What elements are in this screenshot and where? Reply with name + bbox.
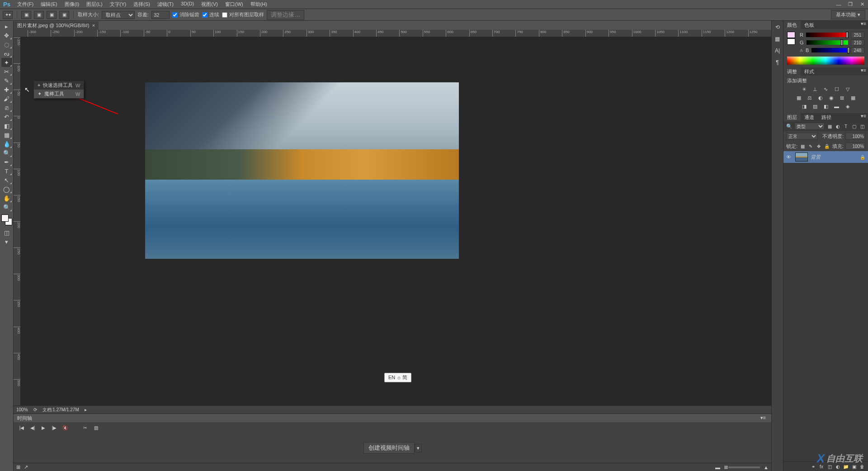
zoom-tool[interactable]: 🔍: [1, 203, 12, 212]
rotate-icon[interactable]: ⟳: [33, 407, 37, 412]
filter-adjust-icon[interactable]: ◐: [835, 123, 841, 129]
curves-icon[interactable]: ∿: [822, 86, 830, 93]
marquee-tool[interactable]: ◌: [1, 40, 12, 49]
doc-info[interactable]: 文档:1.27M/1.27M: [42, 407, 79, 413]
prev-frame-icon[interactable]: ◀|: [29, 424, 36, 431]
bg-chip[interactable]: [787, 38, 795, 45]
ime-indicator[interactable]: EN ☼ 简: [384, 373, 411, 382]
lock-all-icon[interactable]: 🔒: [824, 143, 830, 149]
audio-icon[interactable]: 🔇: [61, 424, 69, 431]
healing-tool[interactable]: ✚: [1, 85, 12, 94]
menu-view[interactable]: 视图(V): [198, 0, 222, 9]
panel-menu-icon[interactable]: ▾≡: [859, 67, 868, 76]
gradientmap-icon[interactable]: ▬: [833, 103, 841, 110]
r-slider[interactable]: [806, 33, 848, 37]
flyout-magic-wand[interactable]: ✦ 魔棒工具 W: [34, 90, 84, 98]
panel-menu-icon[interactable]: ▾≡: [859, 113, 868, 121]
panel-menu-icon[interactable]: ▾≡: [759, 415, 768, 421]
r-value[interactable]: [851, 32, 864, 38]
bw-icon[interactable]: ◐: [816, 94, 825, 101]
crop-tool[interactable]: ✂: [1, 67, 12, 76]
layer-thumbnail[interactable]: [795, 152, 808, 162]
blend-mode-select[interactable]: 正常: [786, 133, 818, 140]
render-icon[interactable]: ↗: [24, 464, 28, 470]
add-selection-icon[interactable]: ▣: [34, 11, 44, 19]
menu-edit[interactable]: 编辑(E): [37, 0, 61, 9]
convert-icon[interactable]: ⊞: [16, 464, 20, 470]
filter-type-icon[interactable]: T: [843, 123, 849, 129]
tab-channels[interactable]: 通道: [801, 113, 818, 121]
transition-icon[interactable]: ▨: [92, 424, 99, 431]
menu-type[interactable]: 文字(Y): [106, 0, 130, 9]
quickmask-icon[interactable]: ◫: [1, 228, 12, 237]
b-value[interactable]: [851, 47, 864, 53]
canvas-viewport[interactable]: [21, 37, 771, 405]
type-tool[interactable]: T: [1, 167, 12, 176]
dodge-tool[interactable]: 🔍: [1, 148, 12, 157]
refine-edge-button[interactable]: 调整边缘…: [267, 10, 304, 20]
exposure-icon[interactable]: ☐: [833, 86, 841, 93]
g-slider[interactable]: [807, 40, 848, 45]
new-selection-icon[interactable]: ▣: [21, 11, 31, 19]
lock-pixel-icon[interactable]: ✎: [807, 143, 814, 149]
menu-layer[interactable]: 图层(L): [83, 0, 106, 9]
gradient-tool[interactable]: ▦: [1, 130, 12, 139]
menu-filter[interactable]: 滤镜(T): [154, 0, 177, 9]
all-layers-check[interactable]: 对所有图层取样: [222, 11, 264, 18]
history-icon[interactable]: ⟲: [773, 23, 782, 32]
lock-transparent-icon[interactable]: ▦: [799, 143, 806, 149]
brush-tool[interactable]: 🖌: [1, 94, 12, 103]
sample-size-select[interactable]: 取样点: [102, 11, 135, 19]
ruler-horizontal[interactable]: -300-250-200-150-100-5005010015020025030…: [14, 30, 771, 37]
workspace-switcher[interactable]: 基本功能▾: [831, 10, 865, 19]
tab-paths[interactable]: 路径: [818, 113, 835, 121]
link-icon[interactable]: ⚭: [810, 463, 816, 470]
panel-menu-icon[interactable]: ▾≡: [859, 21, 868, 29]
tab-swatches[interactable]: 色板: [801, 21, 818, 29]
lock-position-icon[interactable]: ✥: [816, 143, 822, 149]
photofilter-icon[interactable]: ◉: [827, 94, 835, 101]
timeline-tab[interactable]: 时间轴: [17, 415, 32, 421]
properties-icon[interactable]: ▦: [773, 34, 782, 43]
antialias-check[interactable]: 消除锯齿: [172, 11, 199, 18]
subtract-selection-icon[interactable]: ▣: [47, 11, 57, 19]
next-frame-icon[interactable]: |▶: [51, 424, 58, 431]
menu-image[interactable]: 图像(I): [61, 0, 83, 9]
paragraph-icon[interactable]: ¶: [773, 58, 782, 67]
play-icon[interactable]: ▶: [40, 424, 47, 431]
tab-color[interactable]: 颜色: [783, 21, 801, 29]
character-icon[interactable]: A|: [773, 46, 782, 55]
screenmode-icon[interactable]: ▾: [1, 237, 12, 246]
maximize-button[interactable]: ❐: [844, 0, 856, 9]
threshold-icon[interactable]: ◧: [822, 103, 830, 110]
history-brush-tool[interactable]: ↶: [1, 112, 12, 121]
tab-layers[interactable]: 图层: [783, 113, 801, 121]
levels-icon[interactable]: ⊥: [811, 86, 819, 93]
selectivecolor-icon[interactable]: ◈: [844, 103, 852, 110]
filter-smart-icon[interactable]: ◫: [859, 123, 865, 129]
tolerance-input[interactable]: [151, 11, 170, 19]
create-timeline-button[interactable]: 创建视频时间轴: [363, 442, 415, 454]
timeline-dropdown-icon[interactable]: ▾: [415, 444, 422, 452]
visibility-icon[interactable]: 👁: [786, 154, 793, 160]
zoom-level[interactable]: 100%: [16, 407, 28, 412]
filter-shape-icon[interactable]: ▢: [851, 123, 857, 129]
intersect-selection-icon[interactable]: ▣: [59, 11, 69, 19]
filter-kind-select[interactable]: 类型: [794, 123, 825, 130]
colorbalance-icon[interactable]: ⚖: [806, 94, 814, 101]
hand-tool[interactable]: ✋: [1, 194, 12, 203]
close-button[interactable]: ✕: [856, 0, 868, 9]
menu-window[interactable]: 窗口(W): [222, 0, 247, 9]
b-slider[interactable]: [811, 48, 848, 52]
collapse-icon[interactable]: ▸: [1, 22, 12, 31]
doc-info-arrow[interactable]: ▸: [85, 407, 87, 412]
eyedropper-tool[interactable]: ✎: [1, 76, 12, 85]
opacity-input[interactable]: [845, 133, 865, 140]
tab-close-icon[interactable]: ×: [92, 23, 95, 28]
filter-pixel-icon[interactable]: ▦: [826, 123, 833, 129]
zoom-out-icon[interactable]: ▬: [715, 465, 720, 470]
document-tab[interactable]: 图片素材.jpeg @ 100%(RGB/8#) ×: [14, 21, 99, 30]
tab-adjustments[interactable]: 调整: [783, 67, 801, 76]
posterize-icon[interactable]: ▨: [811, 103, 819, 110]
first-frame-icon[interactable]: |◀: [18, 424, 25, 431]
